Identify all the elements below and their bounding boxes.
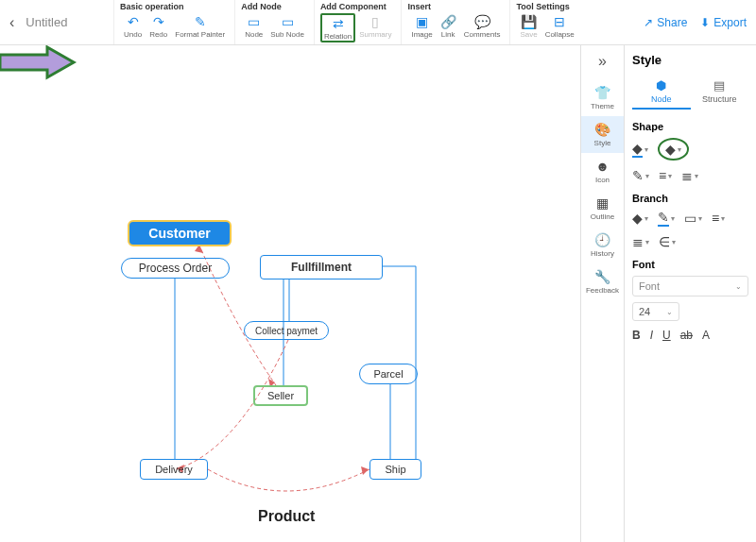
rect-icon: ▭	[684, 211, 696, 226]
rail-collapse-button[interactable]: »	[598, 53, 607, 70]
annotation-arrow-icon	[0, 45, 580, 542]
format-painter-icon: ✎	[195, 13, 206, 30]
rail-theme[interactable]: 👕Theme	[581, 79, 624, 116]
node-button[interactable]: ▭Node	[241, 13, 266, 39]
node-icon: ▭	[248, 13, 260, 30]
redo-icon: ↷	[153, 13, 164, 30]
underline-button[interactable]: U	[662, 329, 671, 342]
italic-button[interactable]: I	[650, 329, 653, 342]
rail-feedback[interactable]: 🔧Feedback	[581, 263, 624, 300]
save-button[interactable]: 💾Save	[516, 13, 541, 39]
shape-line-button[interactable]: ≡▾	[659, 168, 672, 183]
summary-icon: ▯	[371, 13, 379, 30]
topbar-right: ↗Share ⬇Export	[644, 0, 756, 44]
sub-node-icon: ▭	[282, 13, 294, 30]
link-button[interactable]: 🔗Link	[437, 13, 460, 39]
group-add-component: Add Component ⇄Relation ▯Summary	[314, 0, 402, 44]
feedback-icon: 🔧	[594, 269, 610, 284]
weight-icon: ≣	[681, 168, 693, 183]
main-area: Customer Process Order Fullfillment Coll…	[0, 45, 756, 542]
bold-button[interactable]: B	[632, 329, 641, 342]
svg-marker-10	[0, 47, 74, 77]
image-button[interactable]: ▣Image	[407, 13, 436, 39]
collapse-button[interactable]: ⊟Collapse	[541, 13, 578, 39]
toolbar-groups: Basic operation ↶Undo ↷Redo ✎Format Pain…	[113, 0, 644, 44]
group-title: Basic operation	[120, 2, 229, 11]
group-title: Add Node	[241, 2, 308, 11]
rail-icon[interactable]: ☻Icon	[581, 153, 624, 190]
group-tool-settings: Tool Settings 💾Save ⊟Collapse	[509, 0, 583, 44]
back-icon[interactable]: ‹	[9, 14, 14, 31]
group-basic-operation: Basic operation ↶Undo ↷Redo ✎Format Pain…	[113, 0, 234, 44]
format-painter-button[interactable]: ✎Format Painter	[171, 13, 229, 39]
redo-button[interactable]: ↷Redo	[146, 13, 171, 39]
export-icon: ⬇	[700, 16, 710, 29]
topbar-left: ‹ Untitled	[0, 0, 113, 44]
document-title[interactable]: Untitled	[26, 15, 67, 29]
branch-end-icon: ∈	[659, 234, 670, 249]
font-section-title: Font	[632, 259, 748, 270]
rail-outline[interactable]: ▦Outline	[581, 190, 624, 227]
shape-border-button[interactable]: ✎▾	[632, 168, 649, 183]
chevron-down-icon: ⌄	[735, 282, 742, 291]
outline-icon: ▦	[596, 195, 609, 211]
branch-color-icon: ◆	[632, 211, 643, 226]
group-title: Insert	[407, 2, 504, 11]
branch-weight-icon: ≡	[712, 211, 719, 226]
bg-icon: ◆	[665, 142, 676, 157]
structure-tab-icon: ▤	[713, 78, 725, 93]
share-button[interactable]: ↗Share	[644, 16, 687, 29]
icon-icon: ☻	[595, 159, 610, 174]
relation-button[interactable]: ⇄Relation	[320, 13, 355, 42]
font-size-select[interactable]: 24⌄	[632, 302, 679, 321]
panel-title: Style	[632, 53, 748, 67]
format-row: B I U ab A	[632, 329, 748, 342]
shape-weight-button[interactable]: ≣▾	[681, 168, 698, 183]
image-icon: ▣	[416, 13, 428, 30]
shape-fill-button[interactable]: ◆▾	[632, 141, 648, 158]
chevron-down-icon: ⌄	[666, 308, 673, 316]
group-add-node: Add Node ▭Node ▭Sub Node	[234, 0, 314, 44]
branch-section-title: Branch	[632, 193, 748, 204]
tab-structure[interactable]: ▤Structure	[691, 75, 749, 110]
branch-color-button[interactable]: ◆▾	[632, 211, 648, 226]
line-icon: ≡	[659, 168, 666, 183]
branch-line-color-button[interactable]: ✎▾	[658, 210, 675, 227]
collapse-icon: ⊟	[554, 13, 565, 30]
panel-tabs: ⬢Node ▤Structure	[632, 75, 748, 110]
font-color-button[interactable]: A	[702, 329, 710, 342]
link-icon: 🔗	[440, 13, 456, 30]
fill-icon: ◆	[632, 141, 643, 158]
branch-rect-button[interactable]: ▭▾	[684, 211, 702, 226]
font-family-select[interactable]: Font⌄	[632, 276, 748, 296]
rail-style[interactable]: 🎨Style	[581, 116, 624, 153]
group-title: Tool Settings	[516, 2, 577, 11]
relation-icon: ⇄	[333, 15, 344, 32]
shape-section-title: Shape	[632, 121, 748, 132]
right-rail: » 👕Theme 🎨Style ☻Icon ▦Outline 🕘History …	[580, 45, 624, 542]
tab-node[interactable]: ⬢Node	[632, 75, 691, 110]
top-toolbar: ‹ Untitled Basic operation ↶Undo ↷Redo ✎…	[0, 0, 756, 45]
branch-line-icon: ✎	[658, 210, 669, 227]
shape-bg-button[interactable]: ◆▾	[658, 138, 689, 161]
pencil-icon: ✎	[632, 168, 644, 183]
summary-button[interactable]: ▯Summary	[355, 13, 395, 42]
theme-icon: 👕	[594, 85, 610, 100]
share-icon: ↗	[644, 16, 653, 29]
style-icon: 🎨	[594, 122, 610, 137]
branch-end-button[interactable]: ∈▾	[659, 234, 676, 249]
save-icon: 💾	[521, 13, 537, 30]
diagram-canvas[interactable]: Customer Process Order Fullfillment Coll…	[0, 45, 580, 542]
comments-button[interactable]: 💬Comments	[460, 13, 505, 39]
branch-style-button[interactable]: ≣▾	[632, 234, 649, 249]
undo-icon: ↶	[128, 13, 139, 30]
comments-icon: 💬	[474, 13, 490, 30]
node-tab-icon: ⬢	[656, 78, 666, 93]
export-button[interactable]: ⬇Export	[700, 16, 747, 29]
undo-button[interactable]: ↶Undo	[120, 13, 146, 39]
group-title: Add Component	[320, 2, 396, 11]
sub-node-button[interactable]: ▭Sub Node	[266, 13, 308, 39]
branch-weight-button[interactable]: ≡▾	[712, 211, 725, 226]
rail-history[interactable]: 🕘History	[581, 227, 624, 263]
strike-button[interactable]: ab	[680, 329, 693, 342]
